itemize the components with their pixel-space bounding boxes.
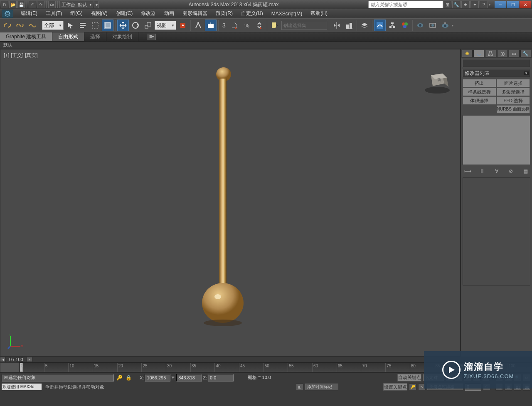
cp-tab-utilities[interactable]: 🔧 bbox=[520, 50, 531, 57]
coord-z-input[interactable] bbox=[208, 374, 234, 381]
rectangular-selection-icon[interactable] bbox=[89, 20, 101, 31]
link-icon[interactable] bbox=[2, 20, 13, 31]
viewport-label[interactable]: [+] [正交] [真实] bbox=[4, 52, 38, 59]
menu-tools[interactable]: 工具(T) bbox=[42, 10, 66, 18]
scroll-left-button[interactable]: ◂ bbox=[0, 357, 6, 362]
configure-sets-icon[interactable]: ▦ bbox=[521, 167, 530, 175]
infocenter-icon[interactable]: ⊞ bbox=[443, 1, 451, 8]
pin-stack-icon[interactable]: ⟼ bbox=[463, 167, 472, 175]
time-tag-dropdown[interactable]: 添加时间标记 bbox=[305, 384, 338, 390]
scale-icon[interactable] bbox=[142, 20, 154, 31]
ribbon-expand-button[interactable]: ☰▾ bbox=[147, 34, 156, 40]
menu-edit[interactable]: 编辑(E) bbox=[17, 10, 42, 18]
schematic-view-icon[interactable] bbox=[387, 20, 398, 31]
mod-polysel-button[interactable]: 多边形选择 bbox=[497, 88, 530, 96]
timeline-key-area[interactable] bbox=[0, 362, 19, 372]
unlink-icon[interactable] bbox=[14, 20, 26, 31]
select-object-icon[interactable] bbox=[64, 20, 76, 31]
bind-spacewarp-icon[interactable] bbox=[27, 20, 38, 31]
mod-splinesel-button[interactable]: 样条线选择 bbox=[463, 88, 496, 96]
favorites-icon[interactable]: ★ bbox=[461, 1, 470, 8]
scroll-right-button[interactable]: ▸ bbox=[27, 357, 32, 362]
render-frame-icon[interactable] bbox=[427, 20, 438, 31]
remove-modifier-icon[interactable]: ⊘ bbox=[507, 167, 515, 175]
render-production-icon[interactable] bbox=[439, 20, 451, 31]
mod-ffdsel-button[interactable]: FFD 选择 bbox=[497, 96, 530, 105]
percent-snap-icon[interactable]: % bbox=[241, 20, 253, 31]
menu-create[interactable]: 创建(C) bbox=[112, 10, 137, 18]
cp-tab-motion[interactable]: ◎ bbox=[497, 50, 508, 57]
workspace-dropdown[interactable]: 工作台: 默认 bbox=[59, 1, 93, 8]
selection-filter-dropdown[interactable]: 全部 bbox=[42, 21, 64, 30]
application-menu-button[interactable] bbox=[2, 10, 13, 18]
show-end-result-icon[interactable]: ⅠⅠ bbox=[478, 167, 486, 175]
scene-object-pestle[interactable] bbox=[202, 66, 252, 332]
menu-customize[interactable]: 自定义(U) bbox=[237, 10, 267, 18]
ribbon-tab-objectpaint[interactable]: 对象绘制 bbox=[106, 32, 138, 41]
named-selection-input[interactable] bbox=[281, 21, 327, 30]
maximize-button[interactable]: ☐ bbox=[507, 1, 519, 8]
window-crossing-icon[interactable] bbox=[102, 20, 113, 31]
mirror-icon[interactable] bbox=[331, 20, 342, 31]
move-icon[interactable] bbox=[117, 20, 129, 31]
undo-icon[interactable]: ↶ bbox=[29, 1, 36, 8]
manipulate-icon[interactable] bbox=[192, 20, 204, 31]
material-editor-icon[interactable] bbox=[399, 20, 411, 31]
lock-icon[interactable]: 🔒 bbox=[125, 374, 132, 381]
key-icon[interactable]: 🔑 bbox=[116, 374, 123, 381]
select-by-name-icon[interactable] bbox=[77, 20, 89, 31]
help-search-input[interactable] bbox=[368, 1, 443, 8]
menu-modifiers[interactable]: 修改器 bbox=[137, 10, 160, 18]
edit-named-sel-icon[interactable] bbox=[269, 20, 281, 31]
cp-tab-create[interactable]: ✺ bbox=[462, 50, 473, 57]
render-flyout-icon[interactable]: ▾ bbox=[452, 24, 453, 27]
modifier-stack[interactable] bbox=[463, 115, 530, 165]
menu-animation[interactable]: 动画 bbox=[160, 10, 178, 18]
coord-x-input[interactable] bbox=[145, 374, 170, 381]
open-file-icon[interactable]: 📂 bbox=[9, 1, 17, 8]
snap-toggle-icon[interactable]: 3 bbox=[220, 20, 228, 31]
subscription-icon[interactable]: 🔧 bbox=[452, 1, 461, 8]
mod-facesel-button[interactable]: 面片选择 bbox=[497, 79, 530, 87]
view-cube[interactable]: 前 bbox=[423, 66, 452, 95]
autokey-button[interactable]: 自动关键点 bbox=[397, 374, 421, 381]
save-file-icon[interactable]: 💾 bbox=[17, 1, 25, 8]
ribbon-tab-selection[interactable]: 选择 bbox=[84, 32, 106, 41]
use-pivot-center-icon[interactable] bbox=[177, 20, 189, 31]
minimize-button[interactable]: ─ bbox=[495, 1, 506, 8]
project-icon[interactable]: 🗂 bbox=[48, 1, 56, 8]
keyboard-shortcut-icon[interactable] bbox=[205, 20, 217, 31]
rotate-icon[interactable] bbox=[130, 20, 141, 31]
cp-tab-modify[interactable]: ◡ bbox=[473, 50, 484, 57]
setkey-button[interactable]: 设置关键点 bbox=[383, 383, 407, 391]
new-file-icon[interactable]: 🗋 bbox=[1, 1, 8, 8]
ref-coord-dropdown[interactable]: 视图 bbox=[155, 21, 176, 30]
coord-y-input[interactable] bbox=[176, 374, 202, 381]
curve-editor-icon[interactable] bbox=[374, 20, 386, 31]
mod-nurbs-button[interactable]: NURBS 曲面选择 bbox=[497, 105, 530, 113]
make-unique-icon[interactable]: ∀ bbox=[493, 167, 501, 175]
rollout-area[interactable] bbox=[463, 177, 530, 285]
mod-volsel-button[interactable]: 体积选择 bbox=[463, 96, 496, 105]
close-button[interactable]: ✕ bbox=[520, 1, 531, 8]
ribbon-tab-graphite[interactable]: Graphite 建模工具 bbox=[0, 32, 52, 41]
redo-icon[interactable]: ↷ bbox=[37, 1, 44, 8]
viewport[interactable]: [+] [正交] [真实] 前 z x bbox=[0, 49, 461, 357]
menu-help[interactable]: 帮助(H) bbox=[306, 10, 332, 18]
menu-group[interactable]: 组(G) bbox=[66, 10, 86, 18]
cp-tab-display[interactable]: ▭ bbox=[509, 50, 520, 57]
menu-graph-editors[interactable]: 图形编辑器 bbox=[178, 10, 212, 18]
workspace-arrow-icon[interactable]: ▾ bbox=[94, 1, 99, 8]
menu-views[interactable]: 视图(V) bbox=[87, 10, 112, 18]
object-name-input[interactable] bbox=[463, 59, 532, 67]
exchange-icon[interactable]: ✦ bbox=[470, 1, 479, 8]
layer-manager-icon[interactable] bbox=[359, 20, 370, 31]
align-icon[interactable] bbox=[343, 20, 355, 31]
modifier-list-dropdown[interactable]: 修改器列表 bbox=[463, 69, 530, 77]
ribbon-tab-freeform[interactable]: 自由形式 bbox=[52, 32, 84, 41]
maxscript-listener[interactable]: 欢迎使用 MAXSc bbox=[2, 384, 42, 390]
key-mode-icon[interactable]: 🔑 bbox=[409, 384, 416, 390]
help-icon[interactable]: ? bbox=[480, 1, 488, 8]
help-dropdown-icon[interactable]: ▾ bbox=[489, 3, 491, 7]
angle-snap-icon[interactable] bbox=[229, 20, 240, 31]
